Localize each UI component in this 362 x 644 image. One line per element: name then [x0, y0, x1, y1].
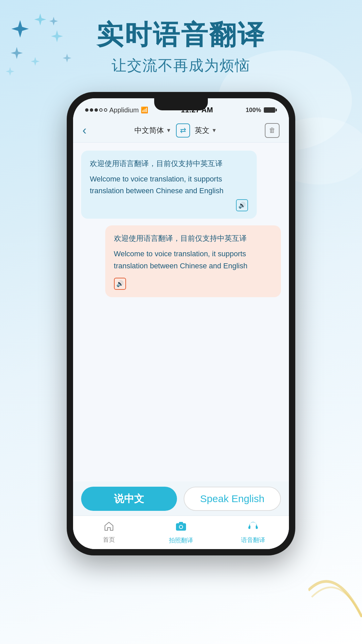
- chat-area: 欢迎使用语言翻译，目前仅支持中英互译 Welcome to voice tran…: [73, 143, 289, 481]
- carrier-name: Applidium: [109, 106, 139, 114]
- signal-dot-5: [104, 108, 107, 112]
- phone-screen: Applidium 📶 11:27 AM 100% ‹ 中文简体: [73, 98, 289, 549]
- language-selector[interactable]: 中文简体 ▼ ⇄ 英文 ▼: [134, 123, 217, 138]
- phone-notch: [154, 98, 208, 110]
- message-bubble-right: 欢迎使用语言翻译，目前仅支持中英互译 Welcome to voice tran…: [105, 225, 281, 297]
- svg-rect-14: [248, 526, 250, 529]
- trash-icon: 🗑: [269, 126, 276, 134]
- source-lang-arrow: ▼: [166, 127, 171, 133]
- back-button[interactable]: ‹: [82, 123, 86, 138]
- nav-bar: ‹ 中文简体 ▼ ⇄ 英文 ▼ 🗑: [73, 118, 289, 143]
- signal-dot-3: [95, 108, 98, 112]
- tab-home[interactable]: 首页: [73, 521, 145, 544]
- home-icon: [104, 521, 114, 534]
- battery-icon: [264, 107, 277, 113]
- tab-voice[interactable]: 语音翻译: [217, 521, 289, 544]
- tab-photo[interactable]: 拍照翻译: [145, 521, 217, 544]
- status-left: Applidium 📶: [85, 106, 148, 114]
- message-bubble-left: 欢迎使用语言翻译，目前仅支持中英互译 Welcome to voice tran…: [81, 151, 257, 219]
- speak-left-button[interactable]: 🔊: [236, 199, 248, 211]
- svg-rect-15: [256, 526, 258, 529]
- main-title: 实时语音翻译: [0, 20, 362, 50]
- message-right-english: Welcome to voice translation, it support…: [114, 248, 272, 271]
- tab-bar: 首页 拍照翻译: [73, 516, 289, 549]
- speaker-icon-right: 🔊: [116, 280, 124, 287]
- tab-voice-label: 语音翻译: [241, 536, 265, 544]
- signal-dot-1: [85, 108, 88, 112]
- sub-title: 让交流不再成为烦恼: [0, 56, 362, 75]
- speaker-icon: 🔊: [238, 202, 246, 209]
- message-right-chinese: 欢迎使用语言翻译，目前仅支持中英互译: [114, 233, 272, 244]
- target-lang-arrow: ▼: [212, 127, 217, 133]
- camera-icon: [175, 521, 187, 534]
- clear-button[interactable]: 🗑: [265, 123, 280, 138]
- svg-point-12: [180, 526, 182, 528]
- tab-home-label: 首页: [103, 536, 115, 544]
- status-right: 100%: [246, 107, 277, 114]
- source-lang[interactable]: 中文简体 ▼: [134, 125, 171, 136]
- signal-dot-2: [90, 108, 93, 112]
- signal-dots: [85, 108, 107, 112]
- swap-icon: ⇄: [180, 126, 186, 135]
- phone-mockup: Applidium 📶 11:27 AM 100% ‹ 中文简体: [0, 92, 362, 555]
- wifi-icon: 📶: [141, 106, 148, 114]
- speak-right-button[interactable]: 🔊: [114, 278, 126, 290]
- target-lang[interactable]: 英文 ▼: [195, 125, 217, 136]
- source-lang-label: 中文简体: [134, 125, 164, 136]
- phone-frame: Applidium 📶 11:27 AM 100% ‹ 中文简体: [67, 92, 295, 555]
- swap-lang-button[interactable]: ⇄: [176, 123, 190, 138]
- tab-photo-label: 拍照翻译: [169, 536, 193, 544]
- svg-rect-13: [179, 522, 183, 524]
- speak-english-button[interactable]: Speak English: [184, 487, 281, 511]
- signal-dot-4: [99, 108, 103, 112]
- deco-arc: [308, 564, 362, 617]
- battery-percent: 100%: [246, 107, 261, 114]
- headset-icon: [248, 521, 258, 534]
- action-buttons: 说中文 Speak English: [73, 481, 289, 516]
- target-lang-label: 英文: [195, 125, 209, 136]
- message-left-chinese: 欢迎使用语言翻译，目前仅支持中英互译: [90, 158, 248, 169]
- message-left-english: Welcome to voice translation, it support…: [90, 173, 248, 197]
- speak-chinese-button[interactable]: 说中文: [81, 487, 177, 511]
